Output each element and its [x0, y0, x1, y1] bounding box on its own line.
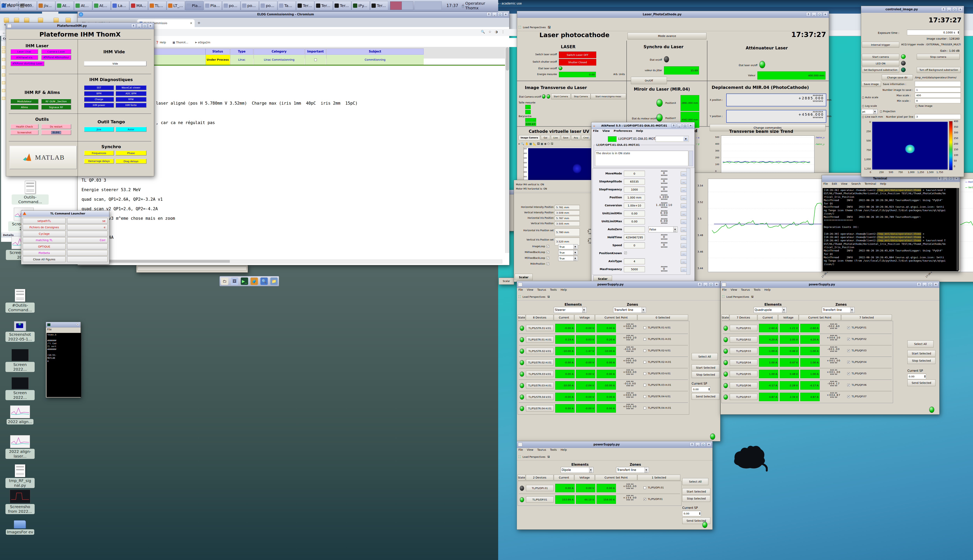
- terminal-scrollbar[interactable]: [956, 188, 959, 270]
- ps-load-perspectives[interactable]: Load Perspectives: [523, 455, 545, 458]
- ps-row-checkbox[interactable]: [644, 384, 646, 387]
- frequences-button[interactable]: Frequences: [84, 150, 114, 155]
- launcher-right-button[interactable]: Corr: [67, 237, 108, 243]
- diag-ihm-fente-button[interactable]: IHM fente: [115, 103, 147, 108]
- ps-send-selected-button[interactable]: Send Selected: [692, 393, 720, 400]
- launcher-right-button[interactable]: [67, 243, 108, 249]
- atk-attr-more-button[interactable]: …: [681, 251, 687, 256]
- atk-attr-spinner[interactable]: ▲▲▲▲▲0.00▼▼▼▼▼: [650, 210, 679, 218]
- vide-button[interactable]: Vide: [84, 61, 147, 66]
- ps-select-all-button[interactable]: Select All: [682, 478, 708, 485]
- taskbar-window-button[interactable]: po...: [222, 1, 240, 10]
- exposure-input[interactable]: 0.1000 s▲▼: [907, 30, 960, 35]
- bookmark-egiga[interactable]: ➤ eGiga2m: [195, 41, 211, 44]
- atk-attr-spinner[interactable]: ▲▲▲▲▲0.00▼▼▼▼▼: [650, 218, 679, 225]
- demarrage-delays-button[interactable]: Demarrage delays: [84, 159, 114, 164]
- checkbox-M4FeedBackLoop[interactable]: ✓: [547, 251, 549, 253]
- iris-scalar-tab[interactable]: Scalar: [515, 274, 533, 280]
- min-input[interactable]: 0: [915, 98, 961, 103]
- atk-attr-more-button[interactable]: …: [681, 195, 687, 200]
- ps-device-button[interactable]: TL/PS/STR.03-V.01: [526, 371, 553, 377]
- ps-menu-taurus[interactable]: Taurus: [537, 288, 546, 291]
- ps-elements-combo[interactable]: Dipole▼: [561, 467, 593, 473]
- atk-attr-check[interactable]: ✓: [624, 252, 627, 254]
- terminal-menu-terminal[interactable]: Terminal: [864, 182, 876, 185]
- images-dock-icon[interactable]: 🖼: [231, 277, 238, 285]
- ps-stop-selected-button[interactable]: Stop Selected: [692, 372, 720, 378]
- cathode-tab-Acq[interactable]: Acq: [571, 135, 580, 140]
- atk-attr-more-button[interactable]: …: [681, 235, 687, 240]
- launcher-setpathtl[interactable]: setpathTL: [23, 218, 65, 223]
- atk-menu-help[interactable]: Help: [636, 129, 643, 132]
- px-per-line-input[interactable]: 3: [915, 114, 961, 119]
- atkpanel-startstop-button[interactable]: ATKPanel start/stop Laser: [10, 61, 44, 66]
- taskbar-window-button[interactable]: Ter...: [370, 1, 388, 10]
- cathode-tab-Cmd[interactable]: Cmd: [581, 135, 590, 140]
- taskbar-window-button[interactable]: Ter...: [333, 1, 351, 10]
- search-dock-icon[interactable]: 🔍: [260, 277, 268, 285]
- projection-check[interactable]: ▢ Projection: [880, 110, 896, 113]
- launcher-right-button[interactable]: e: [67, 224, 108, 230]
- modulateur-button[interactable]: Modulateur: [10, 99, 38, 104]
- combo-ImageLoop[interactable]: True▼: [558, 244, 578, 249]
- launcher-plotbeta[interactable]: Plotbeta: [23, 250, 65, 256]
- ps-row-checkbox[interactable]: ✔: [644, 498, 646, 500]
- desktop-icon[interactable]: tmp_RF_sig nal.py: [5, 464, 35, 488]
- ps-header-4[interactable]: Current Set Point: [595, 475, 637, 480]
- ps-menu-taurus[interactable]: Taurus: [537, 448, 546, 451]
- ps-row-checkbox[interactable]: [644, 372, 646, 375]
- stop-camera-button[interactable]: Stop Camera: [571, 93, 590, 99]
- ps-titlebar[interactable]: powerSupply.py↑_▢✕: [517, 441, 712, 448]
- ps-header-1[interactable]: 2 Devices: [526, 475, 553, 480]
- colormap-combo[interactable]: jet▼: [861, 109, 878, 114]
- launcher-fichiers-de-consignes[interactable]: Fichiers de Consignes: [23, 224, 65, 230]
- ps-titlebar[interactable]: powerSupply.py↑_▢✕: [517, 281, 720, 288]
- desktop-icon[interactable]: Screen 2022...: [5, 349, 35, 372]
- terminal-menu-file[interactable]: File: [823, 182, 828, 185]
- ps-header-2[interactable]: Current: [757, 315, 778, 320]
- internal-trigger-button[interactable]: Internal trigger: [862, 42, 899, 48]
- atkpanel-menubar[interactable]: FileViewPreferencesHelp: [593, 129, 643, 132]
- ps-row-checkbox[interactable]: ✔: [847, 372, 850, 375]
- atk-attr-spinner[interactable]: ▲▲▲▲▲0▼▼▼▼▼: [650, 186, 679, 194]
- splitter[interactable]: [514, 192, 592, 194]
- ps-device-button[interactable]: TL/PS/QP.07: [730, 394, 757, 400]
- ps-elements-combo[interactable]: Quadrupole▼: [754, 307, 786, 313]
- ps-device-button[interactable]: TL/PS/QP.05: [730, 371, 757, 377]
- atk-menu-preferences[interactable]: Preferences: [614, 129, 632, 132]
- ps-row-checkbox[interactable]: [644, 407, 646, 409]
- jive-button[interactable]: Jive: [84, 127, 114, 132]
- atk-attr-more-button[interactable]: …: [681, 227, 687, 232]
- ps-row-checkbox[interactable]: [644, 338, 646, 340]
- desktop-icon[interactable]: #Outils-Command...: [5, 289, 35, 313]
- diag-delays-button[interactable]: Diag delays: [115, 159, 147, 164]
- ps-row-checkbox[interactable]: ✔: [847, 384, 850, 387]
- start-camera-button[interactable]: Start Camera: [551, 93, 570, 99]
- taskbar-window-button[interactable]: At...: [93, 1, 111, 10]
- elog-titlebar[interactable]: ELOG Commissionning - Chromium ↑_▢✕: [78, 11, 509, 18]
- n-save-input[interactable]: 1: [915, 87, 961, 92]
- ps-start-selected-button[interactable]: Start Selected: [682, 488, 710, 495]
- ps-header-5[interactable]: 7 Selected: [841, 315, 892, 320]
- set-bg-button[interactable]: Set Background substraction: [862, 67, 899, 73]
- terminal-menu-search[interactable]: Search: [851, 182, 861, 185]
- desktop-icon[interactable]: Screen 2022...: [5, 377, 35, 400]
- atk-menu-file[interactable]: File: [593, 129, 599, 132]
- shutter-closed-button[interactable]: Shutter Closed: [559, 59, 596, 65]
- ps-row-checkbox[interactable]: ✔: [847, 349, 850, 352]
- terminal-menu-help[interactable]: Help: [880, 182, 886, 185]
- ps-header-4[interactable]: Current Set Point: [595, 315, 637, 320]
- cathode-tab-Live[interactable]: Live: [551, 135, 560, 140]
- change-dir-button[interactable]: Change save dir: [882, 75, 913, 80]
- desktop-icon[interactable]: Outils-Command...: [12, 181, 48, 205]
- save-image-button[interactable]: Save image: [861, 81, 881, 87]
- elog-button[interactable]: ELOG: [41, 130, 71, 135]
- ps-menu-file[interactable]: File: [722, 288, 727, 291]
- atk-attr-more-button[interactable]: …: [681, 187, 687, 192]
- ps-row-checkbox[interactable]: [644, 487, 646, 489]
- ps-header-5[interactable]: 1 Selected: [637, 475, 680, 480]
- workspace-pager[interactable]: [390, 2, 413, 10]
- auto-scale-check[interactable]: ▢ Auto scale: [862, 96, 878, 99]
- ps-zones-combo[interactable]: Transfert line▼: [616, 467, 649, 473]
- terminal-menu-view[interactable]: View: [841, 182, 848, 185]
